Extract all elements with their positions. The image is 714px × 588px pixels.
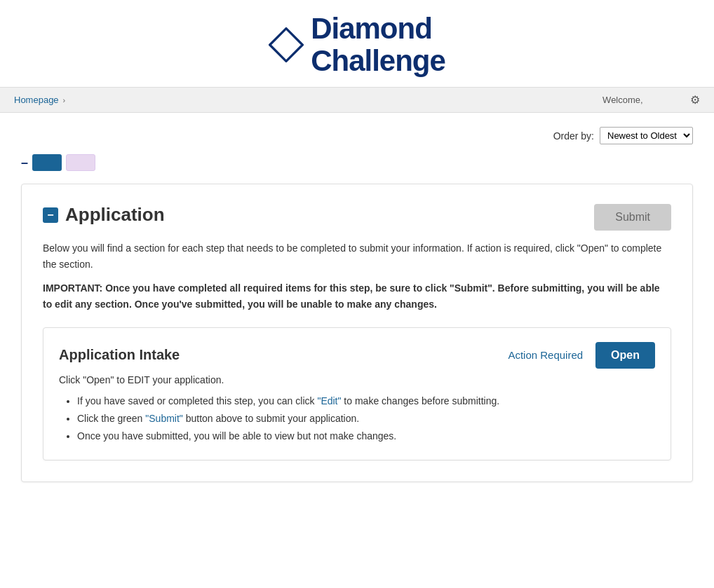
intake-header-right: Action Required Open (508, 342, 655, 369)
filter-row: – (21, 154, 693, 171)
navbar: Homepage › Welcome, ⚙ (0, 88, 714, 113)
list-item: Click the green "Submit" button above to… (77, 410, 655, 428)
filter-tab-active[interactable] (32, 154, 62, 171)
action-required-badge: Action Required (508, 349, 583, 361)
submit-button[interactable]: Submit (594, 204, 671, 231)
welcome-text: Welcome, (602, 95, 643, 105)
filter-label (100, 157, 116, 168)
app-card-header: − Application Submit (43, 204, 671, 231)
diamond-icon (269, 27, 304, 62)
application-card: − Application Submit Below you will find… (21, 184, 693, 481)
app-title-row: − Application (43, 204, 165, 226)
app-important: IMPORTANT: Once you have completed all r… (43, 280, 671, 312)
breadcrumb-current (69, 95, 90, 105)
logo: Diamond Challenge (269, 13, 445, 77)
order-by-label: Order by: (553, 130, 594, 142)
logo-words: Diamond Challenge (311, 13, 445, 77)
app-description: Below you will find a section for each s… (43, 240, 671, 272)
logo-line1: Diamond (311, 13, 445, 45)
list-item: If you have saved or completed this step… (77, 392, 655, 410)
intake-card-header: Application Intake Action Required Open (59, 342, 655, 369)
app-collapse-icon[interactable]: − (43, 207, 58, 223)
edit-link: "Edit" (317, 395, 341, 406)
filter-collapse-icon[interactable]: – (21, 156, 28, 170)
order-by-select[interactable]: Newest to Oldest Oldest to Newest (600, 127, 693, 144)
intake-subtitle: Click "Open" to EDIT your application. (59, 374, 655, 385)
logo-line2: Challenge (311, 45, 445, 77)
intake-card: Application Intake Action Required Open … (43, 327, 671, 460)
settings-icon[interactable]: ⚙ (690, 93, 700, 107)
intake-list: If you have saved or completed this step… (59, 392, 655, 446)
main-content: Order by: Newest to Oldest Oldest to New… (0, 113, 714, 495)
welcome-name (652, 95, 682, 105)
homepage-link[interactable]: Homepage (14, 95, 59, 105)
list-item: Once you have submitted, you will be abl… (77, 428, 655, 445)
intake-title: Application Intake (59, 347, 180, 363)
order-by-row: Order by: Newest to Oldest Oldest to New… (21, 127, 693, 144)
open-button[interactable]: Open (595, 342, 655, 369)
svg-marker-0 (270, 29, 303, 62)
breadcrumb: Homepage › (14, 95, 90, 105)
submit-link: "Submit" (145, 413, 183, 424)
header: Diamond Challenge (0, 0, 714, 88)
nav-right: Welcome, ⚙ (602, 93, 700, 107)
breadcrumb-separator: › (63, 96, 66, 104)
filter-tab-inactive[interactable] (66, 154, 95, 171)
app-title: Application (65, 204, 165, 226)
